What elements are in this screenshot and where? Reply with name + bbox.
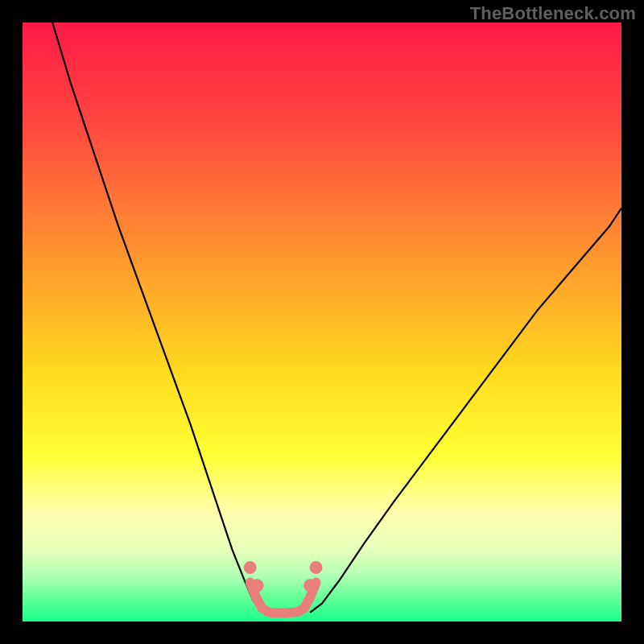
plot-area — [23, 23, 621, 621]
highlight-dots — [310, 561, 323, 574]
chart-frame: TheBottleneck.com — [0, 0, 644, 644]
highlight-dots — [244, 561, 257, 574]
chart-svg — [23, 23, 621, 621]
gradient-background — [23, 23, 621, 621]
highlight-dots — [251, 579, 264, 592]
highlight-dots — [303, 579, 316, 592]
watermark-text: TheBottleneck.com — [470, 3, 636, 24]
